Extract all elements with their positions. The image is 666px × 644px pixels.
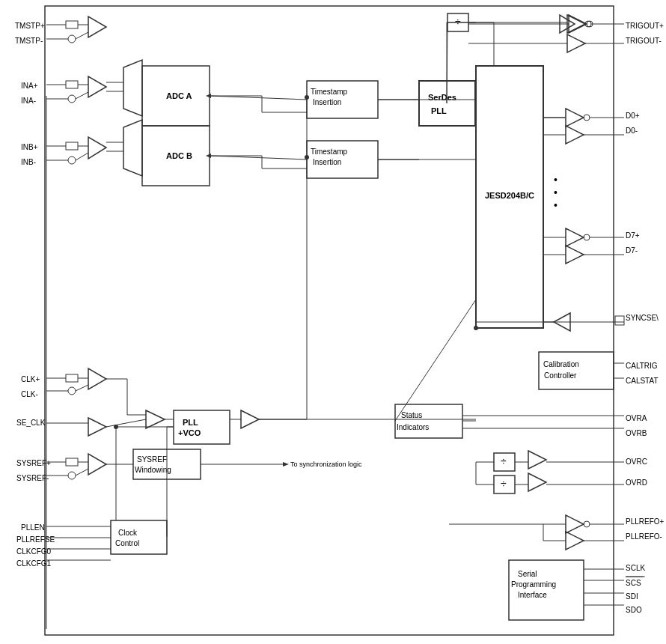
svg-marker-93 — [528, 473, 546, 491]
svg-rect-78 — [615, 316, 624, 325]
clock-ctrl-line1: Clock — [118, 529, 138, 537]
svg-text:•: • — [554, 199, 557, 211]
label-sdi: SDI — [626, 592, 638, 601]
svg-rect-82 — [539, 352, 614, 389]
label-pllrefse: PLLREFSE — [16, 535, 55, 544]
label-calstat: CALSTAT — [626, 377, 659, 385]
svg-marker-140 — [88, 454, 106, 475]
svg-rect-149 — [111, 520, 167, 554]
label-ina-minus: INA- — [21, 97, 36, 105]
timestamp1-line2: Insertion — [313, 98, 341, 106]
svg-marker-61 — [566, 109, 584, 127]
svg-marker-68 — [566, 228, 584, 246]
label-pllrefo-plus: PLLREFO+ — [626, 517, 665, 526]
svg-line-14 — [76, 92, 88, 99]
label-ovrd: OVRD — [626, 479, 647, 487]
label-sysref-plus: SYSREF+ — [16, 459, 51, 467]
svg-marker-117 — [88, 368, 106, 389]
cal-controller-line2: Controller — [544, 371, 577, 380]
svg-rect-8 — [66, 81, 78, 88]
svg-marker-65 — [566, 126, 584, 144]
serdes-pll-line1: SerDes — [428, 93, 456, 102]
divider-symbol: ÷ — [455, 16, 461, 28]
svg-line-121 — [76, 385, 88, 391]
pll-vco-line2: +VCO — [178, 428, 201, 437]
svg-line-25 — [76, 153, 88, 160]
svg-rect-138 — [66, 458, 78, 466]
sync-logic-label: To synchronization logic — [290, 461, 362, 468]
svg-marker-3 — [88, 16, 106, 37]
label-inb-minus: INB- — [21, 158, 36, 166]
svg-line-127 — [106, 419, 146, 427]
status-ind-line1: Status — [401, 411, 422, 419]
svg-point-20 — [68, 157, 76, 164]
jesd-label: JESD204B/C — [485, 191, 534, 200]
status-ind-line2: Indicators — [397, 423, 429, 431]
serial-prog-line2: Programming — [511, 580, 556, 589]
label-sclk: SCLK — [626, 564, 645, 572]
svg-marker-122 — [88, 418, 106, 436]
label-tmstp-minus: TMSTP- — [15, 37, 43, 45]
svg-text:•: • — [554, 186, 557, 198]
label-sysref-minus: SYSREF- — [16, 474, 49, 482]
label-pllrefo-minus: PLLREFO- — [626, 532, 662, 541]
label-clk-minus: CLK- — [21, 390, 38, 398]
svg-marker-58 — [567, 34, 585, 52]
label-syncse: SYNCSE\ — [626, 314, 659, 322]
adc-b-label: ADC B — [166, 151, 192, 160]
label-d0-minus: D0- — [626, 127, 638, 135]
pll-vco-line1: PLL — [183, 418, 198, 427]
serial-prog-line1: Serial — [518, 570, 537, 578]
svg-point-159 — [114, 425, 118, 429]
cal-controller-line1: Calibration — [543, 360, 579, 368]
svg-point-139 — [68, 472, 76, 479]
sysref-wind-line2: Windowing — [135, 466, 171, 474]
svg-marker-53 — [567, 15, 585, 33]
svg-marker-101 — [566, 532, 584, 550]
timestamp1-line1: Timestamp — [311, 88, 348, 96]
svg-marker-26 — [123, 120, 142, 176]
label-ovra: OVRA — [626, 414, 647, 422]
label-d7-minus: D7- — [626, 246, 638, 255]
label-d7-plus: D7+ — [626, 231, 640, 240]
block-diagram: TMSTP+ TMSTP- INA+ INA- INB+ INB- CLK+ C… — [0, 0, 666, 644]
svg-line-32 — [210, 96, 307, 100]
label-scs: SCS — [626, 579, 641, 587]
svg-marker-124 — [146, 410, 165, 428]
label-se-clk: SE_CLK — [16, 419, 46, 427]
svg-marker-15 — [123, 60, 142, 116]
timestamp2-line1: Timestamp — [311, 148, 348, 156]
label-ovrc: OVRC — [626, 458, 647, 466]
svg-rect-115 — [66, 374, 78, 382]
label-d0-plus: D0+ — [626, 112, 640, 120]
label-ina-plus: INA+ — [21, 82, 38, 90]
divider-ovrc: ÷ — [501, 455, 507, 467]
serdes-pll-line2: PLL — [431, 106, 447, 115]
svg-rect-19 — [66, 142, 78, 150]
svg-rect-85 — [395, 404, 462, 438]
label-inb-plus: INB+ — [21, 143, 38, 151]
divider-ovrd: ÷ — [501, 478, 507, 490]
adc-a-label: ADC A — [166, 91, 192, 100]
svg-point-2 — [68, 35, 76, 43]
clock-ctrl-line2: Control — [115, 539, 139, 547]
svg-marker-10 — [88, 76, 106, 97]
svg-line-7 — [76, 32, 88, 39]
svg-line-169 — [395, 300, 476, 421]
svg-rect-1 — [66, 21, 78, 28]
svg-line-33 — [210, 156, 307, 160]
label-sdo: SDO — [626, 606, 642, 614]
svg-point-116 — [68, 387, 76, 395]
svg-point-9 — [68, 95, 76, 103]
label-trigout-plus: TRIGOUT+ — [626, 22, 664, 30]
svg-rect-114 — [174, 410, 230, 444]
label-trigout-minus: TRIGOUT- — [626, 37, 662, 45]
serial-prog-line3: Interface — [518, 591, 547, 599]
svg-marker-41 — [206, 154, 211, 158]
svg-line-144 — [76, 469, 88, 476]
svg-point-173 — [474, 326, 478, 330]
svg-marker-89 — [528, 451, 546, 469]
svg-marker-21 — [88, 137, 106, 159]
svg-marker-148 — [283, 462, 289, 467]
label-ovrb: OVRB — [626, 429, 647, 437]
